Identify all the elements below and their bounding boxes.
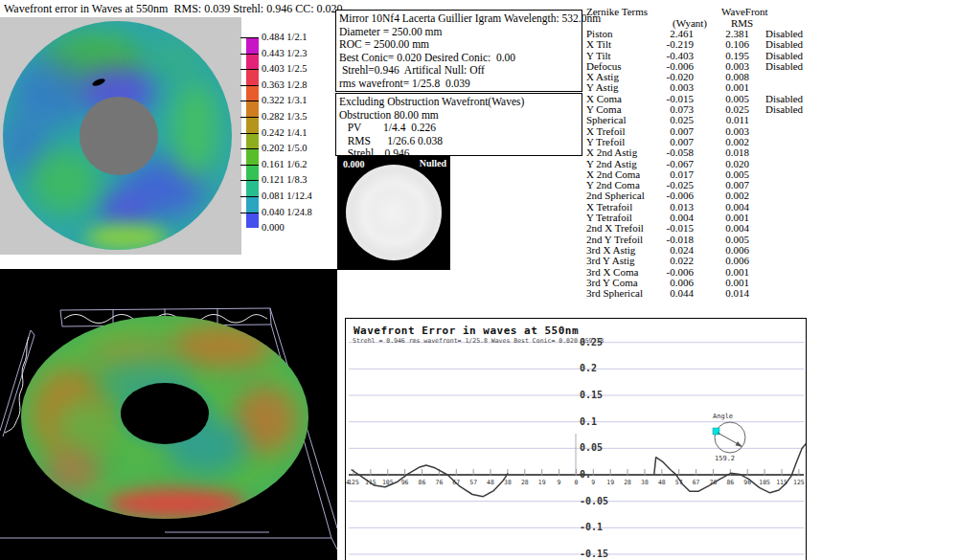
x-tick-label: 76 bbox=[431, 479, 446, 486]
zernike-disabled-badge bbox=[749, 115, 824, 125]
info-line: Diameter = 250.00 mm bbox=[339, 26, 579, 39]
zernike-header: Zernike Terms WaveFront (Wyant) RMS bbox=[586, 4, 826, 29]
scale-label: 0.242 1/4.1 bbox=[262, 125, 312, 142]
y-tick-label: 0.1 bbox=[580, 416, 597, 427]
zernike-disabled-badge bbox=[749, 288, 824, 299]
zernike-disabled-badge bbox=[749, 256, 824, 266]
wavefront-2d-map bbox=[0, 17, 241, 255]
scale-segment bbox=[246, 213, 259, 229]
y-tick-label: 0.05 bbox=[580, 442, 603, 453]
zernike-disabled-badge[interactable]: Disabled bbox=[749, 39, 824, 50]
zernike-disabled-badge bbox=[749, 137, 824, 147]
zernike-disabled-badge bbox=[749, 245, 824, 256]
scale-segment bbox=[246, 180, 259, 196]
map-teal-top-right-region bbox=[145, 39, 204, 80]
x-tick-label: 57 bbox=[466, 479, 481, 486]
zernike-disabled-badge bbox=[749, 72, 824, 82]
zernike-disabled-badge[interactable]: Disabled bbox=[749, 104, 824, 115]
map2d-title: Wavefront error in Waves at 550nm RMS: 0… bbox=[4, 2, 342, 16]
scale-label: 0.040 1/24.8 bbox=[262, 205, 312, 221]
nulled-status-label: Nulled bbox=[420, 158, 446, 168]
wavefront-3d-surface[interactable] bbox=[21, 316, 308, 519]
zernike-disabled-badge bbox=[749, 190, 824, 201]
wavefront-disk bbox=[3, 21, 232, 250]
wavefront-3d-view[interactable] bbox=[0, 269, 337, 560]
scale-segment bbox=[246, 101, 259, 117]
scale-segment bbox=[246, 69, 259, 85]
zernike-disabled-badge bbox=[749, 180, 824, 190]
zernike-disabled-badge bbox=[749, 235, 824, 245]
scale-label: 0.161 1/6.2 bbox=[262, 157, 312, 173]
scale-segment bbox=[246, 196, 259, 213]
zernike-wyant-header: (Wyant) bbox=[673, 17, 707, 29]
scale-segment bbox=[246, 133, 259, 149]
zernike-rms-value: 0.006 bbox=[694, 256, 749, 266]
zernike-wavefront-header: WaveFront bbox=[721, 6, 768, 17]
x-tick-label: 86 bbox=[415, 479, 430, 486]
info-line: Best Conic= 0.020 Desired Conic: 0.00 bbox=[339, 52, 579, 65]
zernike-disabled-badge bbox=[749, 159, 824, 169]
zernike-disabled-badge[interactable]: Disabled bbox=[749, 61, 824, 72]
zernike-term-name: 2nd X Trefoil bbox=[586, 223, 657, 234]
x-tick-label: 125 bbox=[791, 479, 807, 486]
map-green-bottom-edge bbox=[85, 225, 168, 250]
zernike-disabled-badge bbox=[749, 213, 824, 223]
scale-segment bbox=[246, 54, 259, 70]
info-line: PV 1/4.4 0.226 bbox=[339, 122, 579, 135]
zernike-row: X Tilt-0.2190.106Disabled bbox=[586, 39, 826, 50]
zernike-row: 2nd X Trefoil-0.0150.004 bbox=[586, 223, 826, 234]
x-tick-label: 105 bbox=[757, 479, 772, 486]
zernike-disabled-badge bbox=[749, 223, 824, 234]
x-tick-label: 48 bbox=[483, 479, 498, 486]
info-line: rms wavefront= 1/25.8 0.039 bbox=[339, 78, 579, 91]
x-tick-label: 38 bbox=[637, 479, 652, 486]
scale-segment bbox=[246, 117, 259, 133]
zernike-term-name: 3rd Spherical bbox=[586, 288, 657, 299]
mirror-info-box: Mirror 10Nf4 Lacerta Guillier Igram Wave… bbox=[335, 10, 582, 92]
scale-label: 0.484 1/2.1 bbox=[262, 30, 312, 46]
zernike-table-title: Zernike Terms bbox=[586, 6, 648, 17]
zernike-wyant-value: -0.219 bbox=[657, 39, 694, 50]
angle-dial-arrowhead bbox=[736, 441, 743, 447]
profile-chart-canvas: Angle 159.2 bbox=[346, 319, 806, 560]
central-obstruction bbox=[80, 97, 158, 175]
zernike-wyant-value: 0.044 bbox=[657, 288, 694, 299]
y-tick-label: -0.15 bbox=[580, 549, 608, 559]
wavefront-analysis-window: Wavefront error in Waves at 550nm RMS: 0… bbox=[0, 0, 958, 560]
info-line: Obstruction 80.00 mm bbox=[339, 109, 579, 123]
x-tick-label: 38 bbox=[500, 479, 515, 486]
scale-label: 0.403 1/2.5 bbox=[262, 61, 312, 78]
zernike-term-name: X 2nd Astig bbox=[586, 147, 657, 158]
angle-dial-value: 159.2 bbox=[715, 455, 735, 462]
zernike-term-name: X Tilt bbox=[586, 39, 657, 50]
x-tick-label: 9 bbox=[552, 479, 567, 486]
x-tick-label: 57 bbox=[672, 479, 687, 486]
angle-dial-label: Angle bbox=[713, 413, 733, 420]
scale-label: 0.000 bbox=[262, 220, 312, 236]
zernike-disabled-badge bbox=[749, 126, 824, 137]
x-tick-label: 9 bbox=[585, 479, 601, 486]
x-tick-label: 48 bbox=[654, 479, 670, 486]
scale-segment bbox=[246, 37, 259, 54]
zernike-disabled-badge bbox=[749, 278, 824, 288]
x-tick-label: 28 bbox=[517, 479, 533, 486]
x-tick-label: 67 bbox=[689, 479, 704, 486]
x-tick-label: 0 bbox=[568, 479, 583, 486]
angle-dial[interactable]: Angle 159.2 bbox=[713, 413, 745, 462]
x-tick-label: 105 bbox=[380, 479, 396, 486]
scale-label: 0.282 1/3.5 bbox=[262, 109, 312, 125]
color-scale-labels: 0.484 1/2.10.443 1/2.30.403 1/2.50.363 1… bbox=[262, 30, 312, 236]
zernike-wyant-value: 0.025 bbox=[657, 115, 694, 125]
y-tick-label: 0.15 bbox=[580, 390, 603, 400]
zernike-rms-value: 0.004 bbox=[694, 223, 749, 234]
scale-segment bbox=[246, 85, 259, 101]
zernike-wyant-value: -0.015 bbox=[657, 223, 694, 234]
scale-segment bbox=[246, 148, 259, 165]
scale-segment bbox=[246, 165, 259, 181]
nulled-disk bbox=[346, 165, 442, 260]
torus-center-hole bbox=[121, 383, 209, 444]
zernike-rms-value: 0.106 bbox=[694, 39, 749, 50]
zernike-rows: Piston2.4612.381DisabledX Tilt-0.2190.10… bbox=[586, 29, 826, 299]
zernike-wyant-value: -0.058 bbox=[657, 147, 694, 158]
zernike-row: X 2nd Astig-0.0580.018 bbox=[586, 147, 826, 158]
